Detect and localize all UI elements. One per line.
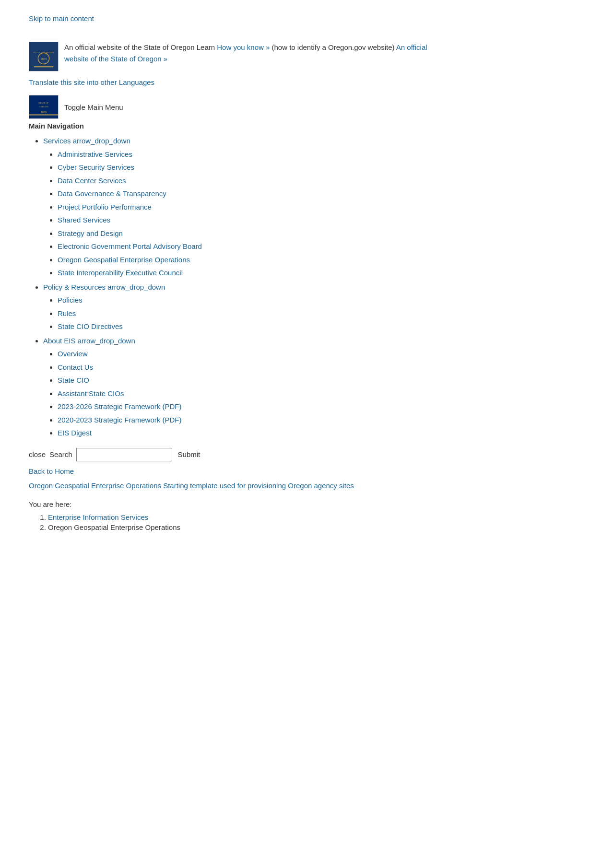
breadcrumb-current: Oregon Geospatial Enterprise Operations <box>48 523 180 531</box>
search-label: Search <box>49 450 72 458</box>
nav-subitem: State CIO Directives <box>58 320 585 333</box>
search-bar: close Search Submit <box>29 448 585 461</box>
svg-text:OREGON: OREGON <box>39 106 49 108</box>
strategic-2023-link[interactable]: 2023-2026 Strategic Framework (PDF) <box>58 402 181 411</box>
skip-to-main-link[interactable]: Skip to main content <box>29 10 585 27</box>
overview-link[interactable]: Overview <box>58 350 88 358</box>
nav-subitem: Administrative Services <box>58 148 585 161</box>
search-submit-button[interactable]: Submit <box>176 450 202 458</box>
nav-subitem: Assistant State CIOs <box>58 387 585 400</box>
policy-resources-link[interactable]: Policy & Resources arrow_drop_down <box>43 283 165 291</box>
nav-subitem: EIS Digest <box>58 427 585 439</box>
data-center-link[interactable]: Data Center Services <box>58 176 126 185</box>
official-text-middle: (how to identify a Oregon.gov website) <box>270 43 396 51</box>
nav-subitem: Electronic Government Portal Advisory Bo… <box>58 240 585 253</box>
nav-subitem: 2023-2026 Strategic Framework (PDF) <box>58 400 585 413</box>
nav-subitem: Data Center Services <box>58 175 585 187</box>
translate-link[interactable]: Translate this site into other Languages <box>29 78 585 86</box>
ogeo-link[interactable]: Oregon Geospatial Enterprise Operations <box>58 256 190 264</box>
official-text-before: An official website of the State of Oreg… <box>64 43 217 51</box>
egpab-link[interactable]: Electronic Government Portal Advisory Bo… <box>58 242 202 250</box>
nav-subitem: Contact Us <box>58 361 585 374</box>
rules-link[interactable]: Rules <box>58 309 76 317</box>
nav-item-services: Services arrow_drop_down Administrative … <box>43 135 585 279</box>
nav-subitem: Data Governance & Transparency <box>58 188 585 200</box>
nav-list: Services arrow_drop_down Administrative … <box>29 135 585 439</box>
nav-subitem: Shared Services <box>58 214 585 226</box>
about-eis-sublist: Overview Contact Us State CIO Assistant … <box>43 348 585 439</box>
site-logo: STATE OF OREGON 1859 <box>29 95 59 119</box>
svg-text:1859: 1859 <box>41 111 47 114</box>
about-eis-link[interactable]: About EIS arrow_drop_down <box>43 337 135 345</box>
contact-us-link[interactable]: Contact Us <box>58 363 93 371</box>
shared-services-link[interactable]: Shared Services <box>58 216 110 224</box>
nav-subitem: Cyber Security Services <box>58 161 585 174</box>
data-governance-link[interactable]: Data Governance & Transparency <box>58 189 166 198</box>
policies-link[interactable]: Policies <box>58 296 83 304</box>
state-cio-link[interactable]: State CIO <box>58 376 89 384</box>
nav-subitem: State Interoperability Executive Council <box>58 267 585 279</box>
breadcrumb-item-1: Enterprise Information Services <box>48 513 585 521</box>
nav-subitem: Oregon Geospatial Enterprise Operations <box>58 254 585 266</box>
you-are-here-label: You are here: <box>29 500 585 508</box>
policy-sublist: Policies Rules State CIO Directives <box>43 294 585 333</box>
siec-link[interactable]: State Interoperability Executive Council <box>58 269 183 277</box>
how-you-know-link[interactable]: How you know » <box>217 43 270 51</box>
nav-subitem: Policies <box>58 294 585 306</box>
nav-subitem: Overview <box>58 348 585 360</box>
breadcrumb-link-1[interactable]: Enterprise Information Services <box>48 513 148 521</box>
nav-subitem: Project Portfolio Performance <box>58 201 585 213</box>
services-sublist: Administrative Services Cyber Security S… <box>43 148 585 279</box>
strategy-design-link[interactable]: Strategy and Design <box>58 229 123 237</box>
nav-item-about-eis: About EIS arrow_drop_down Overview Conta… <box>43 335 585 439</box>
main-nav-label: Main Navigation <box>29 122 585 130</box>
breadcrumb-list: Enterprise Information Services Oregon G… <box>29 513 585 531</box>
eis-digest-link[interactable]: EIS Digest <box>58 429 92 437</box>
official-banner: STATE OF OREGON 1859 An official website… <box>29 42 585 71</box>
back-to-home-link[interactable]: Back to Home <box>29 467 585 475</box>
state-cio-directives-link[interactable]: State CIO Directives <box>58 322 123 330</box>
svg-rect-4 <box>34 66 54 67</box>
nav-subitem: Strategy and Design <box>58 227 585 240</box>
strategic-2020-link[interactable]: 2020-2023 Strategic Framework (PDF) <box>58 416 181 424</box>
search-input[interactable] <box>76 448 172 461</box>
nav-item-policy: Policy & Resources arrow_drop_down Polic… <box>43 281 585 333</box>
breadcrumb-section: You are here: Enterprise Information Ser… <box>29 500 585 531</box>
nav-subitem: Rules <box>58 307 585 320</box>
administrative-services-link[interactable]: Administrative Services <box>58 150 132 158</box>
assistant-state-cios-link[interactable]: Assistant State CIOs <box>58 389 124 398</box>
nav-subitem: 2020-2023 Strategic Framework (PDF) <box>58 414 585 426</box>
cyber-security-link[interactable]: Cyber Security Services <box>58 163 134 171</box>
breadcrumb-item-2: Oregon Geospatial Enterprise Operations <box>48 523 585 531</box>
main-navigation: Services arrow_drop_down Administrative … <box>29 135 585 439</box>
official-text: An official website of the State of Oreg… <box>64 42 429 65</box>
oregon-state-logo: STATE OF OREGON 1859 <box>29 42 59 71</box>
svg-text:1859: 1859 <box>40 57 47 60</box>
project-portfolio-link[interactable]: Project Portfolio Performance <box>58 203 152 211</box>
svg-text:STATE OF: STATE OF <box>38 102 49 104</box>
services-link[interactable]: Services arrow_drop_down <box>43 137 130 145</box>
nav-subitem: State CIO <box>58 374 585 387</box>
close-search-label[interactable]: close <box>29 450 46 458</box>
toggle-menu-label[interactable]: Toggle Main Menu <box>64 103 123 111</box>
page-title-link[interactable]: Oregon Geospatial Enterprise Operations … <box>29 480 585 492</box>
header-logo-row: STATE OF OREGON 1859 Toggle Main Menu <box>29 95 585 119</box>
